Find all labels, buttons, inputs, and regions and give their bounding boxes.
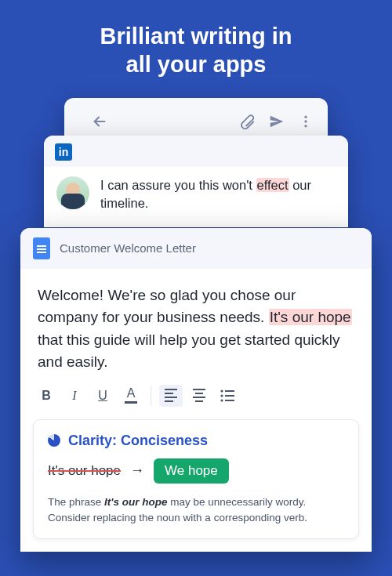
suggestion-desc-before: The phrase <box>48 496 104 508</box>
suggestion-desc-em: It's our hope <box>104 496 167 508</box>
arrow-icon: → <box>130 462 144 479</box>
suggestion-description: The phrase It's our hope may be unnecess… <box>48 494 344 527</box>
suggestion-from: It's our hope <box>48 463 121 479</box>
align-center-button[interactable] <box>187 385 211 407</box>
send-icon[interactable] <box>268 113 285 130</box>
back-arrow-icon[interactable] <box>91 113 108 130</box>
suggestion-to-pill[interactable]: We hope <box>154 458 229 484</box>
doc-error-highlight[interactable]: It's our hope <box>269 309 352 325</box>
svg-point-5 <box>220 394 223 397</box>
doc-body-after: that this guide will help you get starte… <box>38 331 340 371</box>
doc-title: Customer Welcome Letter <box>60 241 196 255</box>
docs-header: Customer Welcome Letter <box>20 228 372 269</box>
linkedin-header: in <box>44 136 348 167</box>
format-toolbar: B I U A <box>20 380 372 419</box>
suggestion-title: Clarity: Conciseness <box>48 433 344 449</box>
underline-button[interactable]: U <box>91 385 114 407</box>
bulleted-list-button[interactable] <box>216 385 239 407</box>
font-color-label: A <box>127 387 136 400</box>
svg-point-1 <box>304 120 307 122</box>
svg-rect-8 <box>225 400 234 401</box>
doc-body-before: Welcome! We're so glad you chose our com… <box>38 287 296 326</box>
doc-body[interactable]: Welcome! We're so glad you chose our com… <box>20 269 372 380</box>
headline: Brilliant writing in all your apps <box>0 0 392 79</box>
suggestion-title-text: Clarity: Conciseness <box>68 433 208 449</box>
attachment-icon[interactable] <box>238 113 256 130</box>
font-color-button[interactable]: A <box>119 385 143 407</box>
svg-point-7 <box>220 399 223 401</box>
linkedin-text-before: I can assure you this won't <box>100 178 256 192</box>
underline-label: U <box>98 389 107 403</box>
avatar <box>56 176 89 209</box>
google-docs-icon <box>33 237 50 259</box>
linkedin-body: I can assure you this won't effect our t… <box>44 167 348 228</box>
docs-card: Customer Welcome Letter Welcome! We're s… <box>20 228 372 552</box>
linkedin-card: in I can assure you this won't effect ou… <box>44 136 348 228</box>
bold-button[interactable]: B <box>34 385 58 407</box>
headline-line2: all your apps <box>126 52 267 77</box>
svg-rect-4 <box>225 390 234 392</box>
suggestion-card[interactable]: Clarity: Conciseness It's our hope → We … <box>33 419 359 540</box>
more-icon[interactable] <box>298 114 314 129</box>
align-left-button[interactable] <box>159 385 183 407</box>
linkedin-logo-icon: in <box>55 143 72 161</box>
suggestion-change: It's our hope → We hope <box>48 458 344 484</box>
italic-button[interactable]: I <box>63 385 86 407</box>
svg-point-3 <box>220 389 223 392</box>
clarity-icon <box>48 434 60 447</box>
linkedin-text[interactable]: I can assure you this won't effect our t… <box>100 176 336 214</box>
toolbar-divider <box>151 386 151 406</box>
linkedin-logo-text: in <box>59 146 68 158</box>
card-stack: in I can assure you this won't effect ou… <box>0 98 392 568</box>
svg-rect-6 <box>225 395 234 397</box>
svg-point-0 <box>304 115 307 118</box>
svg-point-2 <box>304 125 307 127</box>
headline-line1: Brilliant writing in <box>100 24 292 49</box>
linkedin-error-highlight[interactable]: effect <box>256 178 289 192</box>
